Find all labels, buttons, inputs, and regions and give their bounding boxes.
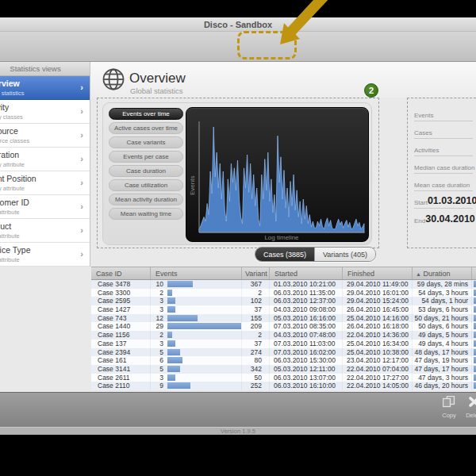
chart-type-button[interactable]: Mean waiting time bbox=[109, 208, 183, 220]
events-bar bbox=[167, 306, 175, 313]
chevron-right-icon: › bbox=[80, 83, 83, 92]
chart-ylabel: Events bbox=[189, 176, 196, 195]
page-subtitle: Global statistics bbox=[130, 86, 183, 95]
content-area: Overview Global statistics Statistics vi… bbox=[0, 62, 476, 392]
chevron-right-icon: › bbox=[80, 249, 83, 259]
col-header-finished[interactable]: Finished bbox=[343, 267, 413, 279]
sidebar-item-subtitle: Activity attribute bbox=[0, 185, 90, 192]
chart-type-button[interactable]: Mean activity duration bbox=[109, 194, 183, 205]
table-row[interactable]: Case 743 12 155 05.03.2010 16:16:00 25.0… bbox=[91, 314, 476, 323]
stat-row: Events bbox=[414, 104, 473, 121]
sidebar-item[interactable]: Service Type Case attribute › bbox=[0, 243, 90, 267]
sidebar-item-label: Operation bbox=[0, 150, 90, 159]
table-row[interactable]: Case 2110 9 252 06.03.2010 16:10:00 22.0… bbox=[91, 382, 476, 390]
version-bar: Version 1.9.5 bbox=[0, 427, 476, 435]
table-view-switcher: Cases (3885) Variants (405) bbox=[255, 247, 376, 262]
window-titlebar: Disco - Sandbox bbox=[0, 17, 476, 32]
events-bar bbox=[167, 349, 180, 355]
sidebar-item-subtitle: Resource classes bbox=[0, 137, 90, 144]
stats-panel-outline: Events Cases Activities Median case dura… bbox=[407, 98, 476, 248]
copy-label: Copy bbox=[437, 412, 461, 419]
toolbar: +8 ▲▼ Map Statistics Cases Enterprise an… bbox=[0, 32, 476, 62]
col-header-duration[interactable]: ▲ Duration bbox=[413, 267, 472, 279]
events-bar bbox=[167, 332, 172, 338]
sidebar-list: Overview Global statistics › Activity Ac… bbox=[0, 76, 90, 267]
events-bar bbox=[167, 357, 182, 363]
sort-asc-icon: ▲ bbox=[416, 271, 421, 277]
delete-button[interactable]: Delete bbox=[463, 396, 476, 419]
table-row[interactable]: Case 137 3 37 07.03.2010 11:03:00 25.04.… bbox=[91, 340, 476, 348]
bottom-action-bar: Copy Delete bbox=[0, 392, 476, 427]
col-header-started[interactable]: Started bbox=[270, 267, 343, 279]
sidebar-item-subtitle: Activity classes bbox=[0, 113, 90, 121]
table-row[interactable]: Case 1440 29 209 07.03.2010 08:35:00 26.… bbox=[91, 322, 476, 331]
table-row[interactable]: Case 3478 10 367 01.03.2010 10:21:00 29.… bbox=[91, 280, 476, 289]
chart-type-button[interactable]: Case variants bbox=[109, 136, 183, 148]
sidebar-item-label: Customer ID bbox=[0, 198, 90, 207]
chart-type-button[interactable]: Events per case bbox=[109, 151, 183, 163]
table-row[interactable]: Case 1156 2 2 04.03.2010 07:48:00 22.04.… bbox=[91, 331, 476, 340]
sidebar-item[interactable]: Product Case attribute › bbox=[0, 219, 90, 243]
chevron-right-icon: › bbox=[80, 130, 83, 140]
stat-row: Mean case duration bbox=[414, 174, 473, 191]
page-title: Overview bbox=[129, 71, 186, 86]
sidebar-item-label: Product bbox=[0, 221, 90, 231]
sidebar-item[interactable]: Resource Resource classes › bbox=[0, 124, 90, 148]
table-body: Case 3478 10 367 01.03.2010 10:21:00 29.… bbox=[91, 280, 476, 390]
table-row[interactable]: Case 2595 3 102 06.03.2010 12:37:00 29.0… bbox=[91, 297, 476, 305]
events-bar bbox=[167, 315, 198, 321]
tab-variants-table[interactable]: Variants (405) bbox=[314, 248, 375, 261]
table-row[interactable]: Case 2394 5 274 07.03.2010 16:02:00 25.0… bbox=[91, 348, 476, 357]
chart-type-button[interactable]: Events over time bbox=[109, 108, 183, 120]
copy-icon bbox=[443, 396, 455, 408]
chevron-right-icon: › bbox=[80, 202, 83, 211]
col-header-variant[interactable]: Variant bbox=[242, 267, 270, 279]
events-bar bbox=[167, 374, 175, 381]
events-bar bbox=[167, 323, 241, 329]
delete-icon bbox=[468, 396, 476, 408]
stat-label: Activities bbox=[414, 147, 440, 154]
col-header-duration-bar[interactable] bbox=[472, 267, 476, 279]
stat-row: Median case duration bbox=[414, 156, 473, 174]
stat-label: Mean case duration bbox=[414, 182, 470, 189]
stat-label: Cases bbox=[414, 129, 432, 136]
sidebar-item[interactable]: Operation Activity attribute › bbox=[0, 148, 90, 171]
stat-label: Events bbox=[414, 112, 433, 119]
sidebar-item-subtitle: Case attribute bbox=[0, 232, 90, 240]
table-row[interactable]: Case 3300 2 2 06.03.2010 11:35:00 29.04.… bbox=[91, 289, 476, 298]
table-row[interactable]: Case 2611 3 50 06.03.2010 13:07:00 22.04… bbox=[91, 374, 476, 382]
sidebar-item-subtitle: Case attribute bbox=[0, 256, 90, 263]
stat-row: Start 01.03.2010 bbox=[414, 191, 473, 209]
tab-cases-table[interactable]: Cases (3885) bbox=[255, 248, 314, 261]
col-header-case-id[interactable]: Case ID bbox=[91, 267, 151, 279]
cases-table: Case ID Events Variant Started Finished … bbox=[91, 267, 476, 390]
globe-icon bbox=[102, 67, 125, 91]
window-title: Disco - Sandbox bbox=[204, 20, 272, 29]
copy-button[interactable]: Copy bbox=[437, 396, 461, 419]
stat-label: Median case duration bbox=[414, 164, 475, 171]
events-over-time-chart: Events Log timeline bbox=[186, 107, 369, 242]
stat-row: End 30.04.2010 bbox=[414, 209, 473, 226]
chart-region-outline: Events over timeActive cases over timeCa… bbox=[97, 98, 379, 248]
sidebar-item-label: Service Type bbox=[0, 245, 90, 255]
table-row[interactable]: Case 1427 3 37 04.03.2010 09:08:00 26.04… bbox=[91, 305, 476, 314]
table-row[interactable]: Case 3141 5 342 05.03.2010 12:11:00 22.0… bbox=[91, 365, 476, 374]
col-header-events[interactable]: Events bbox=[151, 267, 242, 279]
stat-label: Start bbox=[414, 199, 428, 206]
sidebar-item-subtitle: Case attribute bbox=[0, 209, 90, 216]
chart-type-button[interactable]: Case duration bbox=[109, 165, 183, 177]
table-header: Case ID Events Variant Started Finished … bbox=[91, 267, 476, 280]
screen: Disco - Sandbox +8 ▲▼ Map Statistics Cas… bbox=[0, 0, 476, 476]
stat-value: 30.04.2010 bbox=[425, 213, 475, 225]
sidebar-item[interactable]: Overview Global statistics › bbox=[0, 76, 90, 100]
events-bar bbox=[167, 366, 180, 372]
stats-rows: Events Cases Activities Median case dura… bbox=[414, 104, 473, 226]
chart-type-button[interactable]: Case utilization bbox=[109, 179, 183, 191]
sidebar-item[interactable]: Customer ID Case attribute › bbox=[0, 195, 90, 219]
chart-type-button[interactable]: Active cases over time bbox=[109, 122, 183, 134]
table-row[interactable]: Case 161 6 80 06.03.2010 15:30:00 23.04.… bbox=[91, 356, 476, 365]
chevron-right-icon: › bbox=[80, 178, 83, 187]
sidebar-item[interactable]: Activity Activity classes › bbox=[0, 100, 90, 124]
stat-row: Cases bbox=[414, 121, 473, 139]
sidebar-item[interactable]: Agent Position Activity attribute › bbox=[0, 171, 90, 195]
